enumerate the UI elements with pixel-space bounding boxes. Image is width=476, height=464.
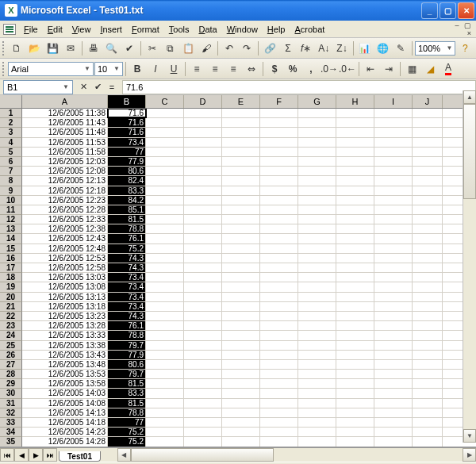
cell[interactable]: 12/6/2005 14:08 (22, 399, 108, 408)
cell[interactable] (298, 302, 336, 311)
cell[interactable]: 12/6/2005 11:58 (22, 148, 108, 156)
cell[interactable]: 12/6/2005 13:33 (22, 331, 108, 339)
cell[interactable] (146, 437, 184, 446)
enter-icon[interactable]: ✔ (90, 80, 105, 94)
cell[interactable]: 79.7 (108, 370, 146, 378)
cell[interactable] (374, 167, 413, 175)
function-icon[interactable]: f∗ (298, 40, 315, 57)
cell[interactable] (260, 437, 298, 446)
cell[interactable]: 12/6/2005 12:08 (22, 167, 108, 175)
cell[interactable] (336, 118, 374, 127)
cell[interactable]: 71.6 (108, 109, 146, 117)
cell[interactable] (222, 109, 260, 117)
menu-data[interactable]: Data (194, 23, 221, 36)
cell[interactable] (146, 399, 184, 408)
cell[interactable]: 12/6/2005 12:23 (22, 196, 108, 205)
row-header[interactable]: 29 (0, 379, 22, 389)
cell[interactable] (298, 321, 336, 330)
row-header[interactable]: 25 (0, 341, 22, 351)
cell[interactable]: 75.2 (108, 428, 146, 436)
cell[interactable] (222, 167, 260, 175)
cell[interactable] (298, 389, 336, 397)
cell[interactable] (298, 437, 336, 446)
hyperlink-icon[interactable]: 🔗 (261, 40, 278, 57)
cell[interactable] (298, 234, 336, 243)
mdi-controls[interactable]: – ▢ × (446, 21, 473, 37)
cell[interactable]: 12/6/2005 11:43 (22, 118, 108, 127)
menu-tools[interactable]: Tools (164, 23, 194, 36)
cell[interactable]: 12/6/2005 12:28 (22, 205, 108, 214)
row-header[interactable]: 5 (0, 148, 22, 157)
cell[interactable]: 12/6/2005 14:23 (22, 428, 108, 436)
cell[interactable]: 77.9 (108, 351, 146, 359)
cell[interactable] (413, 351, 443, 359)
cell[interactable] (413, 312, 443, 320)
cell[interactable]: 12/6/2005 13:08 (22, 282, 108, 291)
row-header[interactable]: 19 (0, 282, 22, 292)
cell[interactable] (260, 148, 298, 156)
format-painter-icon[interactable]: 🖌 (198, 40, 215, 57)
cell[interactable]: 83.3 (108, 186, 146, 195)
cell[interactable] (222, 234, 260, 243)
cell[interactable] (184, 428, 222, 436)
cell[interactable] (336, 321, 374, 330)
cell[interactable] (336, 167, 374, 175)
row-header[interactable]: 20 (0, 293, 22, 302)
row-header[interactable]: 8 (0, 176, 22, 186)
cut-icon[interactable]: ✂ (144, 40, 161, 57)
cell[interactable] (222, 244, 260, 253)
cell[interactable]: 12/6/2005 12:48 (22, 244, 108, 253)
menu-view[interactable]: View (67, 23, 96, 36)
close-button[interactable]: ✕ (458, 2, 474, 19)
menu-edit[interactable]: Edit (43, 23, 67, 36)
print-icon[interactable]: 🖶 (85, 40, 102, 57)
cell[interactable] (222, 224, 260, 233)
cell[interactable]: 12/6/2005 13:38 (22, 341, 108, 350)
cell[interactable] (184, 244, 222, 253)
help-icon[interactable]: ? (456, 40, 474, 57)
cell[interactable] (298, 176, 336, 185)
cell[interactable] (298, 167, 336, 175)
cell[interactable] (374, 379, 413, 388)
cell[interactable] (298, 157, 336, 166)
increase-indent-icon[interactable]: ⇥ (380, 60, 397, 78)
cell[interactable] (336, 312, 374, 320)
sort-desc-icon[interactable]: Z↓ (333, 40, 351, 57)
cell[interactable] (298, 263, 336, 272)
cell[interactable] (260, 351, 298, 359)
menu-acrobat[interactable]: Acrobat (290, 23, 329, 36)
cell[interactable]: 12/6/2005 12:43 (22, 234, 108, 243)
cell[interactable] (222, 215, 260, 224)
font-size-select[interactable]: 10▼ (94, 62, 123, 76)
cell[interactable] (413, 370, 443, 378)
row-header[interactable]: 17 (0, 263, 22, 273)
cell[interactable] (298, 244, 336, 253)
cell[interactable] (146, 341, 184, 350)
cell[interactable] (374, 186, 413, 195)
cell[interactable] (146, 263, 184, 272)
cell[interactable]: 81.5 (108, 379, 146, 388)
cell[interactable] (146, 428, 184, 436)
cell[interactable] (184, 418, 222, 427)
row-header[interactable]: 35 (0, 437, 22, 447)
cell[interactable] (298, 215, 336, 224)
cell[interactable] (413, 148, 443, 156)
undo-icon[interactable]: ↶ (221, 40, 238, 57)
cell[interactable] (336, 302, 374, 311)
cell[interactable] (260, 341, 298, 350)
cell[interactable] (184, 408, 222, 417)
col-header-I[interactable]: I (374, 95, 413, 108)
cell[interactable] (298, 273, 336, 282)
cell[interactable]: 12/6/2005 13:23 (22, 312, 108, 320)
cell[interactable]: 74.3 (108, 254, 146, 263)
cell[interactable] (146, 312, 184, 320)
cell[interactable] (260, 186, 298, 195)
cell[interactable] (184, 379, 222, 388)
cell[interactable] (184, 118, 222, 127)
cell[interactable] (413, 331, 443, 339)
row-header[interactable]: 14 (0, 234, 22, 244)
cell[interactable] (413, 109, 443, 117)
scroll-thumb[interactable] (463, 104, 476, 199)
cell[interactable]: 85.1 (108, 205, 146, 214)
cell[interactable] (222, 321, 260, 330)
